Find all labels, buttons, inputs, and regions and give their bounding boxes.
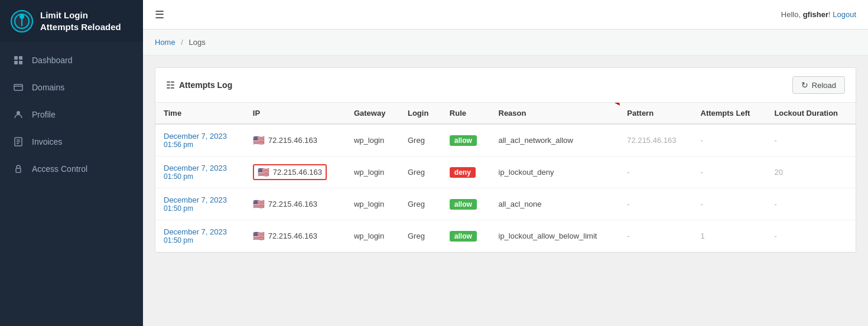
- cell-rule: deny: [441, 157, 490, 188]
- sidebar-nav: Dashboard Domains Profile Invoices Acces…: [0, 42, 143, 182]
- cell-gateway: wp_login: [346, 124, 399, 157]
- app-logo-icon: [11, 10, 33, 32]
- cell-ip: 🇺🇸72.215.46.163: [245, 220, 346, 252]
- ip-address: 72.215.46.163: [273, 168, 322, 177]
- time-date: December 7, 202301:50 pm: [164, 164, 236, 181]
- col-lockout-duration: Lockout Duration: [766, 103, 856, 124]
- svg-rect-15: [16, 168, 21, 172]
- svg-point-2: [19, 14, 24, 19]
- cell-lockout-duration: -: [766, 220, 856, 252]
- cell-pattern: -: [619, 157, 692, 188]
- cell-ip: 🇺🇸72.215.46.163: [245, 188, 346, 220]
- cell-lockout-duration: 20: [766, 157, 856, 188]
- cell-login: Greg: [399, 188, 441, 220]
- rule-badge: allow: [450, 135, 477, 146]
- logout-link[interactable]: Logout: [833, 10, 856, 19]
- attempts-log-table: Time IP Gateway Login Rule Reason: [155, 103, 856, 252]
- reload-icon: ↻: [801, 80, 808, 90]
- domains-icon: [13, 82, 24, 93]
- breadcrumb-separator: /: [181, 38, 183, 47]
- time-date: December 7, 202301:50 pm: [164, 195, 236, 213]
- sidebar-item-access-control[interactable]: Access Control: [0, 155, 143, 182]
- time-date: December 7, 202301:56 pm: [164, 132, 236, 149]
- time-date: December 7, 202301:50 pm: [164, 227, 236, 244]
- table-head: Time IP Gateway Login Rule Reason: [155, 103, 856, 124]
- sidebar-item-label: Profile: [32, 110, 56, 119]
- cell-pattern: -: [619, 188, 692, 220]
- ip-address: 72.215.46.163: [268, 200, 317, 208]
- ip-cell: 🇺🇸72.215.46.163: [253, 198, 337, 210]
- cell-ip: 🇺🇸72.215.46.163: [245, 124, 346, 157]
- col-login: Login: [399, 103, 441, 124]
- cell-time: December 7, 202301:50 pm: [155, 188, 245, 220]
- sidebar-item-label: Invoices: [32, 137, 62, 146]
- profile-icon: [13, 109, 24, 120]
- card-header: ☷ Attempts Log ↻ Reload: [155, 68, 856, 103]
- svg-rect-7: [19, 61, 22, 64]
- time-hour: 01:50 pm: [164, 236, 236, 244]
- cell-login: Greg: [399, 157, 441, 188]
- attempts-log-card: ☷ Attempts Log ↻ Reload Time IP Gateway: [155, 67, 856, 253]
- sidebar-logo: Limit Login Attempts Reloaded: [0, 0, 143, 42]
- cell-rule: allow: [441, 124, 490, 157]
- cell-ip: 🇺🇸72.215.46.163: [245, 157, 346, 188]
- grid-icon: ☷: [166, 80, 174, 91]
- cell-attempts-left: -: [693, 157, 766, 188]
- table-row: December 7, 202301:50 pm 🇺🇸72.215.46.163…: [155, 188, 856, 220]
- topbar-user-info: Hello, gfisher! Logout: [781, 10, 856, 19]
- rule-badge: allow: [450, 199, 477, 210]
- svg-rect-8: [14, 84, 22, 90]
- col-rule: Rule: [441, 103, 490, 124]
- col-time: Time: [155, 103, 245, 124]
- cell-reason: ip_lockout_allow_below_limit: [490, 220, 619, 252]
- reload-button[interactable]: ↻ Reload: [792, 76, 845, 94]
- cell-reason: all_acl_none: [490, 188, 619, 220]
- col-pattern: Pattern: [619, 103, 692, 124]
- cell-rule: allow: [441, 188, 490, 220]
- cell-login: Greg: [399, 124, 441, 157]
- table-row: December 7, 202301:50 pm 🇺🇸72.215.46.163…: [155, 157, 856, 188]
- cell-attempts-left: -: [693, 188, 766, 220]
- sidebar-item-dashboard[interactable]: Dashboard: [0, 47, 143, 74]
- flag-icon: 🇺🇸: [258, 167, 269, 178]
- access-control-icon: [13, 164, 24, 174]
- cell-lockout-duration: -: [766, 124, 856, 157]
- cell-reason: all_acl_network_allow: [490, 124, 619, 157]
- svg-rect-6: [14, 61, 18, 64]
- app-title: Limit Login Attempts Reloaded: [40, 9, 121, 32]
- svg-rect-4: [14, 56, 18, 60]
- cell-rule: allow: [441, 220, 490, 252]
- rule-badge: deny: [450, 167, 476, 178]
- hamburger-icon[interactable]: ☰: [155, 8, 164, 21]
- cell-pattern: -: [619, 220, 692, 252]
- card-title-text: Attempts Log: [179, 80, 232, 90]
- attempts-log-table-wrap: Time IP Gateway Login Rule Reason: [155, 103, 856, 252]
- ip-highlighted-box: 🇺🇸72.215.46.163: [253, 164, 327, 180]
- col-attempts-left: Attempts Left: [693, 103, 766, 124]
- breadcrumb-bar: Home / Logs: [143, 30, 868, 56]
- breadcrumb-current: Logs: [189, 38, 206, 47]
- flag-icon: 🇺🇸: [253, 198, 265, 210]
- time-hour: 01:56 pm: [164, 141, 236, 149]
- col-gateway: Gateway: [346, 103, 399, 124]
- table-row: December 7, 202301:50 pm 🇺🇸72.215.46.163…: [155, 220, 856, 252]
- breadcrumb-home[interactable]: Home: [155, 38, 175, 47]
- sidebar-item-invoices[interactable]: Invoices: [0, 128, 143, 155]
- svg-point-10: [17, 111, 20, 115]
- hello-text: Hello,: [781, 10, 803, 19]
- flag-icon: 🇺🇸: [253, 135, 265, 146]
- cell-attempts-left: -: [693, 124, 766, 157]
- ip-cell: 🇺🇸72.215.46.163: [253, 135, 337, 146]
- time-hour: 01:50 pm: [164, 172, 236, 181]
- cell-gateway: wp_login: [346, 220, 399, 252]
- sidebar-item-domains[interactable]: Domains: [0, 74, 143, 101]
- sidebar-item-label: Dashboard: [32, 56, 73, 65]
- flag-icon: 🇺🇸: [253, 230, 265, 242]
- table-row: December 7, 202301:56 pm 🇺🇸72.215.46.163…: [155, 124, 856, 157]
- cell-time: December 7, 202301:50 pm: [155, 157, 245, 188]
- time-hour: 01:50 pm: [164, 204, 236, 213]
- cell-pattern: 72.215.46.163: [619, 124, 692, 157]
- sidebar: Limit Login Attempts Reloaded Dashboard …: [0, 0, 143, 326]
- sidebar-item-profile[interactable]: Profile: [0, 101, 143, 128]
- ip-cell: 🇺🇸72.215.46.163: [253, 230, 337, 242]
